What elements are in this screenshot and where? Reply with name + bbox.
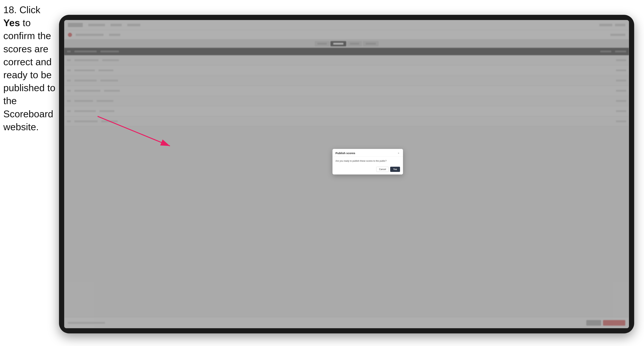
instruction-after-bold: to confirm the scores are correct and re… (3, 17, 55, 132)
instruction-bold: Yes (3, 17, 20, 28)
instruction-before-bold: Click (17, 4, 40, 15)
svg-line-1 (98, 116, 170, 146)
step-number: 18. (3, 4, 17, 15)
tablet-screen: Publish scores × Are you ready to publis… (64, 20, 629, 328)
annotation-arrow (64, 20, 629, 328)
instruction-text: 18. Click Yes to confirm the scores are … (3, 3, 57, 133)
tablet-device: Publish scores × Are you ready to publis… (59, 15, 634, 334)
